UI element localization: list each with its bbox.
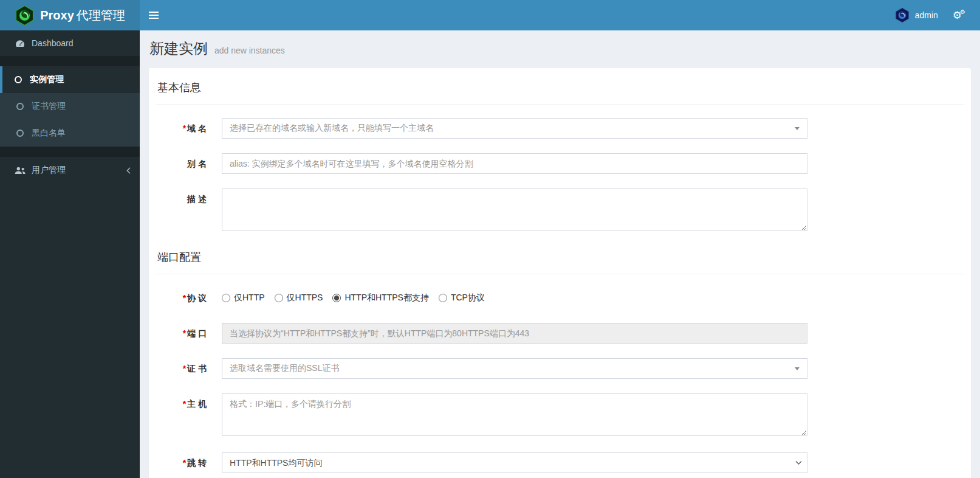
redirect-select[interactable]: HTTP和HTTPS均可访问: [222, 452, 807, 473]
required-mark: *: [183, 458, 186, 468]
required-mark: *: [183, 293, 186, 303]
radio-option-http-and-https[interactable]: HTTP和HTTPS都支持: [332, 293, 428, 303]
sidebar-item-dashboard[interactable]: Dashboard: [0, 30, 140, 56]
brand-logo-link[interactable]: Proxy代理管理: [0, 0, 140, 30]
circle-o-icon: [13, 76, 24, 83]
content-area: 新建实例 add new instances 基本信息 *域 名 选择已存在的域…: [140, 30, 980, 478]
circle-o-icon: [15, 130, 26, 137]
page-header: 新建实例 add new instances: [140, 30, 980, 66]
users-icon: [15, 167, 26, 175]
description-label: 描 述: [156, 189, 222, 233]
alias-input[interactable]: [222, 153, 807, 174]
sidebar-submenu: 实例管理 证书管理 黑白名单: [0, 66, 140, 147]
sidebar-toggle-button[interactable]: [140, 0, 167, 30]
page-title: 新建实例: [149, 40, 208, 57]
circle-o-icon: [15, 103, 26, 110]
sidebar-item-label: Dashboard: [32, 38, 74, 48]
radio-option-tcp[interactable]: TCP协议: [439, 293, 485, 303]
required-mark: *: [183, 399, 186, 409]
chevron-down-icon: [795, 127, 800, 130]
navbar-right: admin ⚙⚙: [886, 0, 980, 30]
radio-input-http-only[interactable]: [222, 294, 230, 302]
description-textarea[interactable]: [222, 189, 807, 231]
proxy-logo-icon: [15, 5, 35, 26]
form-row-protocol: *协 议 仅HTTP 仅HTTPS HTTP和HTTPS: [156, 288, 964, 308]
radio-option-https-only[interactable]: 仅HTTPS: [275, 293, 323, 303]
radio-input-http-and-https[interactable]: [332, 294, 341, 302]
sidebar: Dashboard 实例管理 证书管理 黑白名单: [0, 30, 140, 478]
form-row-redirect: *跳 转 HTTP和HTTPS均可访问: [156, 452, 964, 473]
sidebar-section-divider: [0, 56, 140, 66]
sidebar-item-label: 证书管理: [32, 101, 66, 112]
form-row-description: 描 述: [156, 189, 964, 233]
app-window: Proxy代理管理 admin: [0, 0, 980, 478]
port-label: *端 口: [156, 323, 222, 344]
protocol-radio-group: 仅HTTP 仅HTTPS HTTP和HTTPS都支持 TCP协议: [222, 288, 807, 308]
sidebar-item-instances[interactable]: 实例管理: [0, 66, 140, 93]
required-mark: *: [183, 364, 186, 373]
sidebar-item-users[interactable]: 用户管理: [0, 157, 140, 184]
form-row-host: *主 机: [156, 393, 964, 438]
form-row-certificate: *证 书 选取域名需要使用的SSL证书: [156, 358, 964, 379]
required-mark: *: [183, 123, 186, 133]
section-title-port-config: 端口配置: [156, 248, 964, 274]
certificate-label: *证 书: [156, 358, 222, 379]
certificate-select-placeholder: 选取域名需要使用的SSL证书: [230, 363, 351, 374]
sidebar-item-label: 用户管理: [32, 165, 66, 176]
port-input-disabled: [222, 323, 807, 344]
top-navbar: Proxy代理管理 admin: [0, 0, 980, 30]
certificate-select[interactable]: 选取域名需要使用的SSL证书: [222, 358, 807, 379]
host-label: *主 机: [156, 393, 222, 438]
username-label: admin: [915, 10, 938, 20]
form-row-port: *端 口: [156, 323, 964, 344]
user-menu[interactable]: admin: [886, 0, 947, 30]
chevron-left-icon: [126, 167, 131, 174]
sidebar-section-divider: [0, 147, 140, 157]
page-subtitle: add new instances: [214, 46, 285, 55]
sidebar-item-label: 实例管理: [30, 74, 64, 85]
brand-name: Proxy: [40, 9, 74, 22]
sidebar-item-blackwhitelist[interactable]: 黑白名单: [0, 120, 140, 147]
radio-input-https-only[interactable]: [275, 294, 283, 302]
alias-label: 别 名: [156, 153, 222, 174]
dashboard-gauge-icon: [15, 40, 26, 47]
brand-suffix: 代理管理: [77, 9, 125, 22]
form-row-domain: *域 名 选择已存在的域名或输入新域名，只能填写一个主域名: [156, 118, 964, 139]
required-mark: *: [183, 328, 186, 338]
sidebar-item-label: 黑白名单: [32, 128, 66, 139]
navbar-main: admin ⚙⚙: [140, 0, 980, 30]
section-title-basic-info: 基本信息: [156, 78, 964, 105]
chevron-down-icon: [795, 367, 800, 370]
radio-option-http-only[interactable]: 仅HTTP: [222, 293, 265, 303]
user-avatar: [895, 7, 910, 23]
domain-label: *域 名: [156, 118, 222, 139]
protocol-label: *协 议: [156, 288, 222, 308]
form-card: 基本信息 *域 名 选择已存在的域名或输入新域名，只能填写一个主域名 别 名: [149, 68, 971, 478]
sidebar-item-certificates[interactable]: 证书管理: [0, 93, 140, 120]
host-textarea[interactable]: [222, 393, 807, 436]
domain-select-placeholder: 选择已存在的域名或输入新域名，只能填写一个主域名: [230, 123, 446, 134]
redirect-label: *跳 转: [156, 452, 222, 473]
form-row-alias: 别 名: [156, 153, 964, 174]
settings-gears-icon[interactable]: ⚙⚙: [947, 0, 971, 30]
domain-select[interactable]: 选择已存在的域名或输入新域名，只能填写一个主域名: [222, 118, 807, 139]
radio-input-tcp[interactable]: [439, 294, 447, 302]
